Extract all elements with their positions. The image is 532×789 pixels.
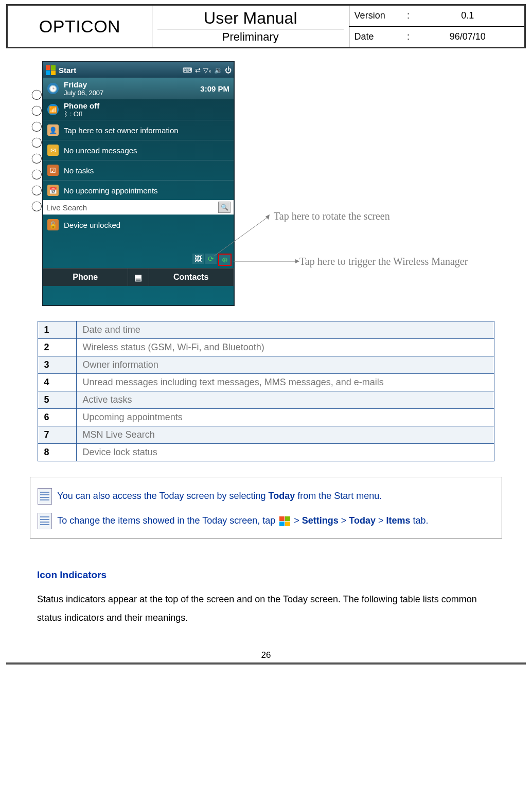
table-row: 8Device lock status <box>38 444 494 461</box>
version-value: 0.1 <box>416 10 519 21</box>
svg-marker-3 <box>295 259 299 263</box>
device-screenshot: Start ⌨ ⇄ ▽ₓ 🔉 ⏻ 🕒 Friday July 06, 2007 … <box>42 61 235 306</box>
row-wireless[interactable]: 📶 Phone off ᛒ : Off <box>43 99 234 120</box>
svg-marker-1 <box>265 214 270 220</box>
keyboard-icon[interactable]: ⌨ <box>183 66 192 74</box>
brand: OPTICON <box>7 5 152 48</box>
date-label: Date <box>354 31 401 42</box>
table-row: 2Wireless status (GSM, Wi-Fi, and Blueto… <box>38 339 494 356</box>
row-tasks[interactable]: ☑ No tasks <box>43 160 234 180</box>
note-icon <box>38 513 52 529</box>
body-text: Status indicators appear at the top of t… <box>37 590 495 627</box>
unlock-icon: 🔓 <box>47 219 59 230</box>
speaker-icon[interactable]: 🔉 <box>214 66 222 74</box>
softkey-middle[interactable]: ▤ <box>128 268 149 286</box>
row-appointments[interactable]: 📅 No upcoming appointments <box>43 180 234 200</box>
row-lock-status[interactable]: 🔓 Device unlocked <box>43 214 234 235</box>
section-heading: Icon Indicators <box>37 569 526 581</box>
search-button[interactable]: 🔍 <box>218 202 230 213</box>
legend-table: 1Date and time 2Wireless status (GSM, Wi… <box>38 321 495 461</box>
calendar-icon: 📅 <box>47 185 59 196</box>
start-label[interactable]: Start <box>59 66 183 75</box>
doc-header: OPTICON User Manual Preliminary Version … <box>6 4 526 48</box>
tray-icon-1[interactable]: 🖼 <box>192 254 204 264</box>
page-number: 26 <box>6 650 526 660</box>
svg-line-0 <box>215 217 269 256</box>
softkey-contacts[interactable]: Contacts <box>149 268 234 286</box>
callout-arrow-2 <box>234 259 300 264</box>
windows-flag-icon[interactable] <box>45 65 56 75</box>
table-row: 3Owner information <box>38 356 494 374</box>
row-messages[interactable]: ✉ No unread messages <box>43 140 234 160</box>
wireless-icon: 📶 <box>47 104 59 115</box>
softkey-bar: Phone ▤ Contacts <box>43 268 234 286</box>
callout-rotate: Tap here to rotate the screen <box>274 210 390 222</box>
row-owner[interactable]: 👤 Tap here to set owner information <box>43 120 234 140</box>
date-value: 96/07/10 <box>416 31 519 42</box>
envelope-icon: ✉ <box>47 145 59 156</box>
table-row: 1Date and time <box>38 321 494 339</box>
magnifier-icon: 🔍 <box>221 204 228 211</box>
note-box: You can also access the Today screen by … <box>30 477 503 539</box>
callout-arrow-1 <box>212 213 274 260</box>
status-tray[interactable]: ⌨ ⇄ ▽ₓ 🔉 ⏻ <box>183 66 232 74</box>
table-row: 4Unread messages including text messages… <box>38 374 494 391</box>
version-label: Version <box>354 10 401 21</box>
note-icon <box>38 488 52 505</box>
search-placeholder[interactable]: Live Search <box>46 203 218 212</box>
time-value: 3:09 PM <box>200 84 229 93</box>
row-live-search[interactable]: Live Search 🔍 <box>43 200 234 214</box>
windows-flag-icon <box>279 516 290 526</box>
clock-icon: 🕒 <box>47 83 59 94</box>
manual-subtitle: Preliminary <box>157 29 344 45</box>
tasks-icon: ☑ <box>47 165 59 176</box>
battery-icon[interactable]: ⏻ <box>225 66 232 74</box>
table-row: 7MSN Live Search <box>38 426 494 444</box>
bluetooth-icon: ᛒ <box>64 110 68 118</box>
owner-icon: 👤 <box>47 124 59 136</box>
table-row: 6Upcoming appointments <box>38 409 494 426</box>
row-datetime[interactable]: 🕒 Friday July 06, 2007 3:09 PM <box>43 78 234 99</box>
sync-icon[interactable]: ⇄ <box>195 66 201 74</box>
manual-title: User Manual <box>157 8 344 29</box>
signal-off-icon[interactable]: ▽ₓ <box>203 66 211 74</box>
title-bar[interactable]: Start ⌨ ⇄ ▽ₓ 🔉 ⏻ <box>43 62 234 78</box>
table-row: 5Active tasks <box>38 391 494 409</box>
softkey-phone[interactable]: Phone <box>43 268 128 286</box>
footer-rule <box>6 662 526 665</box>
figure-markers: 〇 〇 〇 〇 〇 〇 〇 〇 <box>31 89 42 217</box>
callout-wireless: Tap here to trigger the Wireless Manager <box>299 256 468 267</box>
